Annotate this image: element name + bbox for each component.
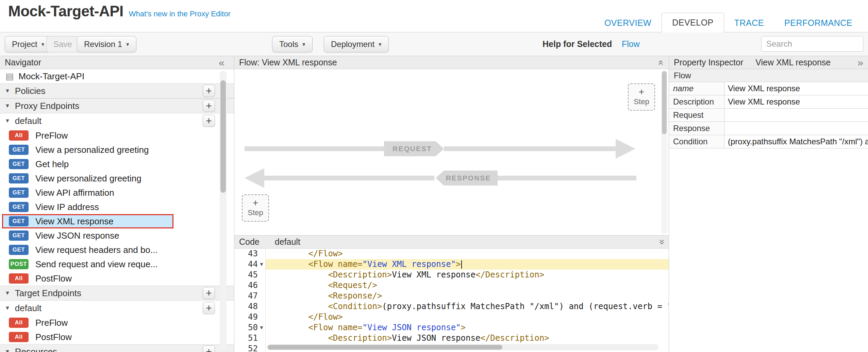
expand-inspector-icon[interactable]: »: [857, 57, 863, 68]
collapse-code-icon[interactable]: «: [656, 239, 667, 245]
code-line-text: <Condition>(proxy.pathsuffix MatchesPath…: [266, 301, 669, 312]
plus-icon: +: [243, 198, 268, 208]
request-arrow-icon: [616, 139, 635, 159]
code-line-49[interactable]: 49 </Flow>: [234, 312, 669, 322]
line-number: 43: [234, 249, 258, 259]
add-default-button[interactable]: +: [203, 302, 215, 314]
line-number: 47: [234, 291, 258, 301]
flow-item-view-request-headers-and-bo[interactable]: GETView request headers and bo...: [0, 243, 234, 257]
tools-menu-button[interactable]: Tools ▾: [272, 36, 313, 52]
plus-icon: +: [629, 87, 654, 97]
property-value[interactable]: View XML response: [724, 95, 868, 108]
flow-item-preflow[interactable]: AllPreFlow: [0, 316, 234, 330]
flow-item-view-personalized-greeting[interactable]: GETView personalized greeting: [0, 171, 234, 186]
code-line-48[interactable]: 48 <Condition>(proxy.pathsuffix MatchesP…: [234, 301, 669, 312]
code-horizontal-scrollbar[interactable]: [267, 344, 658, 350]
add-target-endpoints-button[interactable]: +: [203, 287, 215, 299]
flow-item-send-request-and-view-reque[interactable]: POSTSend request and view reque...: [0, 257, 234, 271]
section-default[interactable]: ▼default+: [0, 113, 234, 128]
navigator-header: Navigator «: [0, 56, 234, 69]
tab-develop[interactable]: DEVELOP: [662, 13, 724, 32]
scrollbar-thumb[interactable]: [268, 345, 502, 350]
section-resources[interactable]: ▼Resources+: [0, 344, 234, 352]
section-default[interactable]: ▼default+: [0, 301, 234, 316]
property-inspector-title: Property Inspector: [674, 58, 743, 67]
code-line-50[interactable]: 50▼ <Flow name="View JSON response">: [234, 322, 669, 333]
section-proxy-endpoints[interactable]: ▼Proxy Endpoints+: [0, 98, 234, 113]
add-step-response-button[interactable]: + Step: [242, 194, 269, 222]
property-row-description: DescriptionView XML response: [669, 95, 868, 109]
section-label: Target Endpoints: [15, 288, 81, 299]
tab-trace[interactable]: TRACE: [724, 13, 774, 32]
deployment-menu-button[interactable]: Deployment ▾: [324, 36, 389, 52]
code-line-45[interactable]: 45 <Description>View XML response</Descr…: [234, 270, 669, 280]
scrollbar-thumb[interactable]: [662, 71, 667, 134]
add-default-button[interactable]: +: [203, 115, 215, 127]
scrollbar-thumb[interactable]: [220, 80, 226, 193]
fold-toggle-icon[interactable]: ▼: [258, 259, 265, 270]
search-input[interactable]: [761, 36, 863, 52]
flow-item-view-json-response[interactable]: GETView JSON response: [0, 228, 234, 243]
method-badge: POST: [9, 259, 29, 269]
code-line-44[interactable]: 44▼ <Flow name="View XML response">: [234, 259, 669, 270]
code-line-46[interactable]: 46 <Request/>: [234, 280, 669, 291]
save-button[interactable]: Save: [46, 36, 79, 52]
flow-panel-title: Flow: View XML response: [239, 58, 337, 67]
flow-item-view-a-personalized-greeting[interactable]: GETView a personalized greeting: [0, 143, 234, 157]
flow-item-preflow[interactable]: AllPreFlow: [0, 128, 234, 143]
flow-item-postflow[interactable]: AllPostFlow: [0, 271, 234, 286]
title-wrap: Mock-Target-API What's new in the Proxy …: [8, 3, 231, 20]
code-panel: Code default « 43 </Flow>44▼ <Flow name=…: [234, 235, 669, 352]
property-value[interactable]: (proxy.pathsuffix MatchesPath "/xml") an…: [724, 135, 868, 148]
response-lane-bar: [498, 176, 636, 180]
property-value[interactable]: [724, 109, 868, 122]
flow-item-postflow[interactable]: AllPostFlow: [0, 330, 234, 344]
flow-panel-header: Flow: View XML response «: [234, 56, 669, 69]
code-line-43[interactable]: 43 </Flow>: [234, 249, 669, 259]
caret-expanded-icon: ▼: [5, 88, 10, 94]
flow-scrollbar[interactable]: [661, 70, 667, 234]
whats-new-link[interactable]: What's new in the Proxy Editor: [129, 10, 231, 18]
add-proxy-endpoints-button[interactable]: +: [203, 100, 215, 112]
section-label: Policies: [15, 86, 46, 96]
navigator-title: Navigator: [5, 58, 41, 67]
method-badge: GET: [9, 159, 29, 169]
code-editor[interactable]: 43 </Flow>44▼ <Flow name="View XML respo…: [234, 249, 669, 352]
center-column: Flow: View XML response « + Step REQUEST…: [234, 56, 669, 352]
request-lane-bar: [245, 146, 384, 151]
add-step-label: Step: [629, 97, 654, 107]
section-label: default: [15, 303, 41, 314]
collapse-navigator-icon[interactable]: «: [219, 57, 224, 68]
line-number: 52: [234, 343, 258, 352]
revision-menu-button[interactable]: Revision 1 ▾: [77, 36, 136, 52]
caret-expanded-icon: ▼: [5, 349, 10, 352]
project-menu-button[interactable]: Project ▾: [5, 36, 51, 52]
property-value[interactable]: View XML response: [724, 82, 868, 95]
collapse-flow-icon[interactable]: «: [656, 60, 667, 65]
tab-performance[interactable]: PERFORMANCE: [774, 13, 863, 32]
code-line-47[interactable]: 47 <Response/>: [234, 291, 669, 301]
flow-item-get-help[interactable]: GETGet help: [0, 157, 234, 171]
section-target-endpoints[interactable]: ▼Target Endpoints+: [0, 286, 234, 301]
flow-item-label: View JSON response: [35, 230, 119, 241]
proxy-root-item[interactable]: ▤Mock-Target-API: [0, 69, 234, 83]
flow-item-label: Send request and view reque...: [35, 259, 158, 270]
add-resources-button[interactable]: +: [203, 346, 215, 352]
line-number-gutter: 51: [234, 333, 266, 343]
flow-item-view-xml-response[interactable]: GETView XML response: [2, 214, 173, 228]
caret-expanded-icon: ▼: [5, 305, 10, 311]
flow-item-view-ip-address[interactable]: GETView IP address: [0, 200, 234, 214]
help-flow-link[interactable]: Flow: [622, 32, 640, 56]
property-value[interactable]: [724, 122, 868, 135]
tab-overview[interactable]: OVERVIEW: [594, 13, 662, 32]
code-line-51[interactable]: 51 <Description>View JSON response</Desc…: [234, 333, 669, 343]
fold-toggle-icon[interactable]: ▼: [258, 322, 265, 333]
section-policies[interactable]: ▼Policies+: [0, 83, 234, 98]
navigator-scrollbar[interactable]: [220, 71, 227, 350]
code-tab-default[interactable]: default: [275, 237, 300, 247]
method-badge: All: [9, 318, 29, 328]
add-policies-button[interactable]: +: [203, 85, 215, 97]
property-row-name: nameView XML response: [669, 82, 868, 95]
add-step-request-button[interactable]: + Step: [628, 83, 655, 111]
flow-item-view-api-affirmation[interactable]: GETView API affirmation: [0, 186, 234, 200]
